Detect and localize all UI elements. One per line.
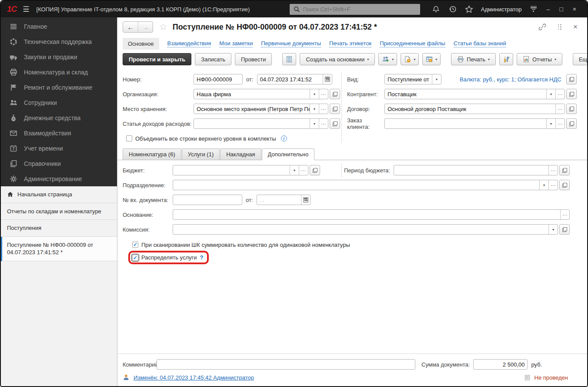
notifications-bell-icon[interactable] — [432, 5, 441, 13]
open-commission-button[interactable] — [559, 224, 570, 235]
page-item-home[interactable]: Начальная страница — [1, 186, 117, 203]
checkbox-checked-icon[interactable] — [132, 255, 138, 261]
reports-button[interactable]: Отчеты▾ — [517, 53, 562, 65]
sidebar-item-money[interactable]: s Денежные средства — [1, 110, 117, 125]
minimize-icon[interactable]: – — [547, 6, 550, 13]
tab-invoice[interactable]: Накладная — [220, 148, 261, 160]
sidebar-item-nomenclature[interactable]: Номенклатура и склад — [1, 64, 117, 80]
choose-button[interactable]: ... — [319, 119, 328, 128]
basis-field[interactable]: ... — [173, 209, 570, 220]
back-button[interactable]: ← — [123, 22, 138, 32]
date-field[interactable]: 04.07.2023 17:41:52 — [257, 74, 332, 84]
sidebar-item-purchases[interactable]: Закупки и продажи — [1, 49, 117, 64]
open-budget-period-button[interactable] — [559, 165, 570, 175]
budget-field[interactable]: ▾ ... — [173, 165, 308, 175]
budget-period-field[interactable]: ... — [394, 165, 558, 175]
checkbox-unchecked-icon[interactable] — [126, 135, 132, 141]
open-organization-button[interactable] — [330, 89, 340, 99]
choose-button[interactable]: ... — [555, 104, 565, 114]
open-department-button[interactable] — [559, 180, 570, 190]
distribute-services-checkbox[interactable]: Распределять услуги ? — [128, 251, 209, 264]
combine-rows-checkbox[interactable]: Объединить все строки верхнего уровня в … — [126, 135, 287, 142]
dropdown-button[interactable]: ▾ — [310, 89, 319, 99]
post-button[interactable]: Провести — [235, 53, 272, 65]
page-item-warehouse-reports[interactable]: Отчеты по складам и номенклатуре — [1, 203, 117, 220]
global-search[interactable] — [290, 4, 420, 15]
open-storage-button[interactable] — [330, 104, 340, 114]
dropdown-button[interactable]: ▾ — [310, 104, 319, 114]
commission-field[interactable]: ▾ — [173, 224, 558, 235]
checkbox-checked-icon[interactable] — [132, 242, 138, 248]
scan-barcode-sum-checkbox[interactable]: При сканировании ШК суммировать количест… — [132, 242, 350, 248]
choose-button[interactable]: ... — [548, 165, 558, 175]
tab-additional[interactable]: Дополнительно — [262, 148, 315, 160]
sidebar-item-repair[interactable]: Ремонт и обслуживание — [1, 80, 117, 95]
tab-main[interactable]: Основное — [123, 38, 159, 50]
open-income-expense-button[interactable] — [330, 118, 340, 129]
save-button[interactable]: Записать — [195, 53, 231, 65]
sidebar-item-main[interactable]: Главное — [1, 19, 117, 34]
tab-attached-files[interactable]: Присоединенные файлы — [380, 40, 445, 47]
dropdown-button[interactable]: ▾ — [310, 119, 319, 128]
open-currency-button[interactable] — [566, 74, 577, 84]
number-field[interactable]: НФ00-000009 — [194, 74, 243, 84]
dropdown-button[interactable]: ▾ — [546, 119, 555, 128]
main-menu-icon[interactable]: ☰ — [23, 5, 29, 14]
assign-responsible-button[interactable]: ▾ — [378, 53, 397, 65]
currency-settings-link[interactable]: Валюта: руб., курс: 1; Облагается НДС — [460, 76, 561, 83]
choose-button[interactable]: ... — [319, 104, 328, 114]
tab-interactions[interactable]: Взаимодействия — [167, 40, 211, 47]
create-task-button[interactable]: ▾ — [401, 53, 419, 65]
tab-primary-documents[interactable]: Первичные документы — [261, 40, 321, 47]
current-user[interactable]: Администратор — [481, 6, 522, 13]
contract-field[interactable]: Основной договор Поставщик ... — [384, 104, 565, 114]
create-based-on-button[interactable]: Создать на основании▾ — [300, 53, 375, 65]
choose-button[interactable]: ... — [299, 165, 308, 175]
income-expense-item-field[interactable]: ▾ ... — [194, 118, 328, 129]
schedule-button[interactable]: ▾ — [422, 53, 441, 65]
dropdown-button[interactable]: ▾ — [546, 89, 555, 99]
choose-button[interactable]: ... — [555, 89, 565, 99]
get-link-icon[interactable] — [538, 23, 546, 31]
open-contract-button[interactable] — [566, 104, 577, 114]
sidebar-item-employees[interactable]: Сотрудники — [1, 95, 117, 110]
choose-button[interactable]: ... — [548, 180, 558, 190]
modified-info-link[interactable]: Изменён: 04.07.2023 17:45:42 Администрат… — [134, 374, 254, 381]
kind-field[interactable]: Поступление от ▾ — [384, 74, 441, 84]
comment-field[interactable] — [157, 359, 415, 370]
help-icon[interactable]: ? — [200, 254, 203, 261]
organization-field[interactable]: Наша фирма ▾ ... — [194, 89, 328, 99]
dropdown-button[interactable]: ▾ — [539, 180, 548, 190]
post-and-close-button[interactable]: Провести и закрыть — [123, 53, 191, 65]
search-input[interactable] — [303, 6, 417, 13]
close-form-icon[interactable]: × — [573, 24, 578, 30]
history-icon[interactable] — [448, 5, 457, 13]
open-budget-button[interactable] — [310, 165, 320, 175]
open-contractor-button[interactable] — [566, 89, 577, 99]
service-tools-button[interactable] — [499, 53, 513, 65]
choose-button[interactable]: ... — [319, 89, 328, 99]
incoming-doc-date-field[interactable]: . . — [257, 195, 311, 205]
maximize-icon[interactable]: □ — [559, 6, 563, 13]
sidebar-item-support[interactable]: Техническая поддержка — [1, 34, 117, 49]
open-client-order-button[interactable] — [566, 118, 577, 129]
tab-nomenclature[interactable]: Номенклатура (6) — [123, 148, 181, 160]
choose-button[interactable]: ... — [560, 210, 569, 219]
page-item-receipt-document[interactable]: Поступление № НФ00-000009 от 04.07.2023 … — [1, 237, 117, 261]
tab-print-labels[interactable]: Печать этикеток — [329, 40, 371, 47]
tab-my-notes[interactable]: Мои заметки — [219, 40, 253, 47]
sidebar-item-interactions[interactable]: Взаимодействия — [1, 125, 117, 141]
tab-knowledge-base[interactable]: Статьи базы знаний — [454, 40, 506, 47]
more-button[interactable]: Еще▾ — [573, 53, 588, 65]
department-field[interactable]: ▾ ... — [173, 180, 558, 190]
more-actions-icon[interactable] — [558, 24, 562, 30]
sidebar-item-administration[interactable]: Администрирование — [1, 171, 117, 186]
dropdown-button[interactable]: ▾ — [432, 74, 441, 84]
user-settings-icon[interactable]: ▼ — [529, 5, 538, 13]
page-item-receipts-list[interactable]: Поступления — [1, 220, 117, 237]
tab-services[interactable]: Услуги (1) — [182, 148, 220, 160]
add-favorite-star-icon[interactable]: ☆ — [159, 22, 167, 32]
calendar-picker-icon[interactable] — [323, 74, 332, 84]
client-order-field[interactable]: ▾ ... — [384, 118, 565, 129]
storage-location-field[interactable]: Основное место хранения (Петров Петр Пет… — [194, 104, 328, 114]
